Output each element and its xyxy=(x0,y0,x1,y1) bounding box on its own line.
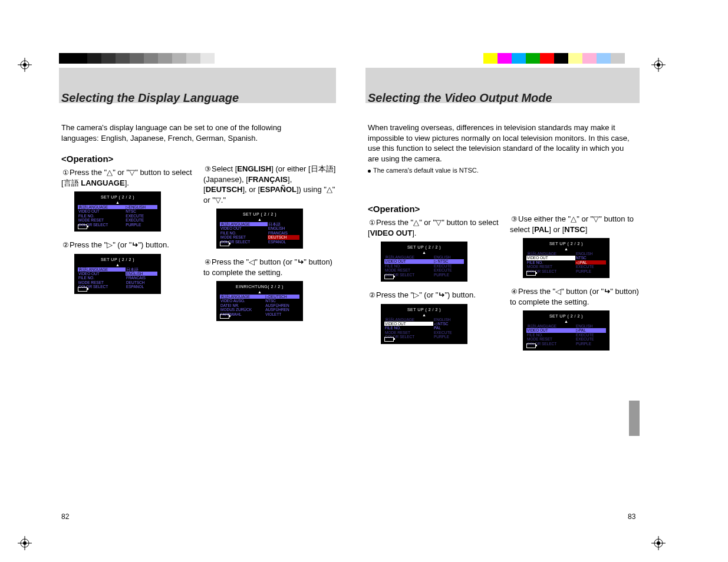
triangle-down-icon: ▽ xyxy=(215,196,221,204)
bullet-text: The camera's default value is NTSC. xyxy=(373,167,479,174)
svg-point-11 xyxy=(23,541,27,545)
lcd-screenshot: SET UP ( 2 / 2 )▲言語LANGUAGE▷ENGLISHVIDEO… xyxy=(61,191,194,232)
thumb-index-tab xyxy=(629,401,640,436)
triangle-up-icon: △ xyxy=(413,218,419,227)
lcd-screenshot: SET UP ( 2 / 2 )▲言語LANGUAGEENGLISHVIDEO … xyxy=(510,310,643,351)
registration-mark xyxy=(651,58,666,72)
left-col-b: ③Select [ENGLISH] (or either [日本語] (Japa… xyxy=(203,164,336,329)
intro-right: When traveling overseas, differences in … xyxy=(368,123,636,175)
step-num: ③ xyxy=(510,214,518,224)
page-number-right: 83 xyxy=(628,513,635,521)
svg-point-15 xyxy=(657,541,660,545)
registration-mark xyxy=(18,58,32,72)
enter-icon: ↵ xyxy=(297,257,304,267)
operation-heading: <Operation> xyxy=(368,203,500,215)
triangle-left-icon: ◁ xyxy=(555,287,561,296)
svg-point-7 xyxy=(657,63,660,67)
lcd-screenshot: SET UP ( 2 / 2 )▲言語LANGUAGE日本語VIDEO OUTE… xyxy=(203,209,336,249)
section-title-left: Selecting the Display Language xyxy=(61,91,239,105)
bullet-icon xyxy=(368,170,371,173)
intro-bullet: The camera's default value is NTSC. xyxy=(368,166,636,175)
right-col-b: ③Use either the "△" or "▽" button to sel… xyxy=(510,214,643,359)
triangle-down-icon: ▽ xyxy=(436,218,442,227)
color-colorbar xyxy=(483,53,625,64)
step-num: ④ xyxy=(203,257,212,267)
lcd-screenshot: SET UP ( 2 / 2 )▲言語LANGUAGEENGLISHVIDEO … xyxy=(368,304,500,344)
triangle-up-icon: △ xyxy=(107,168,113,177)
step-1: ①Press the "△" or "▽" button to select [… xyxy=(61,167,194,188)
triangle-up-icon: △ xyxy=(327,185,332,194)
svg-point-3 xyxy=(23,63,27,67)
step-1: ①Press the "△" or "▽" button to select [… xyxy=(368,217,500,238)
triangle-right-icon: ▷ xyxy=(107,240,113,249)
intro-left: The camera's display language can be set… xyxy=(61,123,321,143)
step-num: ② xyxy=(368,290,376,300)
triangle-left-icon: ◁ xyxy=(249,257,255,266)
operation-heading: <Operation> xyxy=(61,153,194,165)
section-title-right: Selecting the Video Output Mode xyxy=(368,91,552,105)
step-3: ③Select [ENGLISH] (or either [日本語] (Japa… xyxy=(203,164,336,205)
page-number-left: 82 xyxy=(61,513,69,521)
lcd-screenshot: SET UP ( 2 / 2 )▲言語LANGUAGEENGLISHVIDEO … xyxy=(510,238,643,278)
enter-icon: ↵ xyxy=(604,286,610,297)
step-4: ④Press the "◁" button (or "↵" button) to… xyxy=(203,257,336,277)
lcd-screenshot: SET UP ( 2 / 2 )▲言語LANGUAGEENGLISHVIDEO … xyxy=(368,242,500,282)
step-3: ③Use either the "△" or "▽" button to sel… xyxy=(510,214,643,234)
step-num: ④ xyxy=(510,287,518,296)
enter-icon: ↵ xyxy=(131,240,138,250)
step-num: ① xyxy=(61,168,70,177)
triangle-up-icon: △ xyxy=(571,214,577,223)
triangle-down-icon: ▽ xyxy=(129,168,135,177)
lcd-screenshot: SET UP ( 2 / 2 )▲言語LANGUAGE日本語VIDEO OUTE… xyxy=(61,254,194,294)
enter-icon: ↵ xyxy=(438,290,444,300)
triangle-right-icon: ▷ xyxy=(413,290,419,299)
lcd-screenshot: EINRICHTUNG( 2 / 2 )▲言語LANGUAGE▷DEUTSCHV… xyxy=(203,281,336,321)
step-2: ②Press the "▷" (or "↵") button. xyxy=(61,240,194,250)
step-num: ③ xyxy=(203,164,212,174)
step-2: ②Press the "▷" (or "↵") button. xyxy=(368,290,500,300)
right-col-a: <Operation> ①Press the "△" or "▽" button… xyxy=(368,203,500,352)
step-num: ① xyxy=(368,218,376,227)
intro-right-text: When traveling overseas, differences in … xyxy=(368,123,630,163)
step-4: ④Press the "◁" button (or "↵" button) to… xyxy=(510,286,643,307)
left-col-a: <Operation> ①Press the "△" or "▽" button… xyxy=(61,153,194,302)
triangle-down-icon: ▽ xyxy=(593,214,599,223)
registration-mark xyxy=(18,536,32,550)
step-num: ② xyxy=(61,240,70,250)
gray-colorbar xyxy=(59,53,229,64)
registration-mark xyxy=(651,536,666,550)
